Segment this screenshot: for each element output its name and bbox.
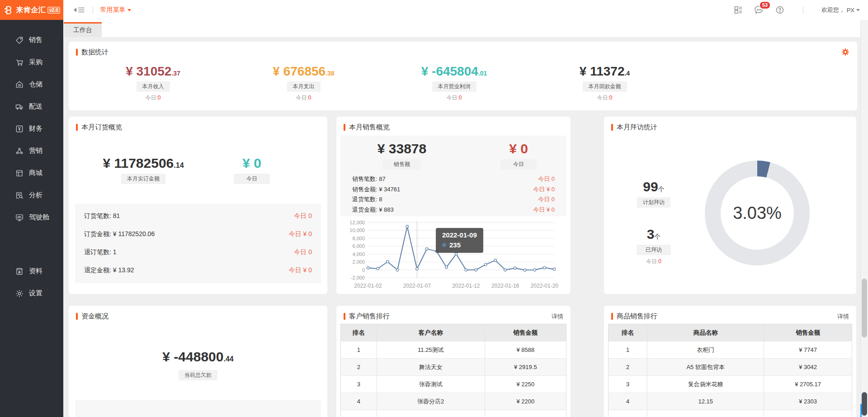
- truck-icon: [15, 102, 24, 111]
- logo-icon: [3, 5, 14, 15]
- svg-text:0: 0: [362, 267, 365, 273]
- today-value: 0: [158, 95, 161, 101]
- table-row[interactable]: [609, 410, 852, 417]
- unit-label: 个: [658, 185, 665, 193]
- title-marker: [344, 313, 345, 320]
- sidebar-item-data[interactable]: 资料: [0, 260, 63, 282]
- main-content: 数据统计 ¥ 31052.37 本月收入 今日:0 ¥ 676856.38 本月…: [63, 37, 868, 417]
- sidebar-item-marketing[interactable]: 营销: [0, 140, 63, 162]
- chart-tooltip: 2022-01-09 235: [436, 228, 483, 253]
- row-label: 销售金额: ¥ 34761: [352, 185, 400, 194]
- card-title: 资金概况: [81, 312, 108, 321]
- row-label: 退订笔数: 1: [84, 248, 117, 256]
- app-window: 来肯企汇 v2.0 | 常用菜单: [0, 0, 868, 417]
- title-marker: [344, 124, 345, 131]
- column-header: 销售金额: [764, 324, 852, 341]
- today-label: 今日:: [597, 95, 609, 101]
- yen-square-icon: [15, 124, 24, 133]
- order-today-badge: 今日: [234, 174, 270, 184]
- sales-trend-chart[interactable]: -2,00002,0004,0006,0008,00010,00012,0002…: [347, 218, 560, 291]
- common-menu-dropdown[interactable]: 常用菜单: [100, 6, 131, 14]
- svg-text:2022-01-07: 2022-01-07: [403, 283, 431, 289]
- sidebar-item-label: 设置: [29, 289, 42, 298]
- user-menu[interactable]: 欢迎您， PX: [821, 6, 860, 14]
- chevron-down-icon: [127, 9, 131, 13]
- table-header-row: 排名 商品名称 销售金额: [609, 324, 852, 341]
- row-today-value: 今日 ¥ 0: [289, 230, 312, 238]
- svg-text:2022-01-16: 2022-01-16: [491, 283, 519, 289]
- list-item: 销售笔数: 87今日 0: [352, 174, 555, 185]
- stat-decimal: .38: [326, 70, 334, 77]
- help-button[interactable]: [775, 5, 785, 15]
- column-header: 商品名称: [647, 324, 764, 341]
- title-marker: [76, 49, 78, 56]
- sidebar-item-settings[interactable]: 设置: [0, 282, 63, 304]
- stat-label-badge: 本月营业利润: [432, 81, 476, 92]
- list-item: 退定金额: ¥ 13.92今日 ¥ 0: [84, 261, 312, 280]
- fund-detail-list: [75, 400, 321, 417]
- table-row[interactable]: 4 12.15 ¥ 2303: [609, 393, 852, 410]
- sales-amount: ¥ 33878: [377, 141, 426, 156]
- table-row[interactable]: [341, 410, 566, 417]
- visited-count: 3: [647, 227, 655, 242]
- card-settings-gear-icon[interactable]: [841, 47, 850, 57]
- card-title: 本月拜访统计: [617, 123, 657, 132]
- total-debt-amount: ¥ -448800: [162, 349, 223, 364]
- apps-grid-icon: [734, 5, 743, 14]
- tooltip-value: 235: [449, 241, 461, 249]
- row-today-value: 今日 ¥ 0: [533, 206, 555, 214]
- visit-stats: 99个 计划拜访 3个 已拜访 今日:0: [622, 179, 685, 265]
- row-label: 销售笔数: 87: [352, 175, 386, 183]
- stat-value: ¥ 676856: [273, 64, 326, 78]
- inner-scrollbar-thumb[interactable]: [862, 392, 867, 416]
- sidebar-item-analysis[interactable]: 分析: [0, 184, 63, 206]
- sidebar-collapse-button[interactable]: [71, 6, 85, 14]
- vertical-scrollbar-thumb[interactable]: [862, 279, 867, 337]
- stat-month-collection: ¥ 11372.4 本月回款金额 今日:0: [529, 64, 680, 102]
- today-label: 今日:: [646, 258, 658, 265]
- table-row[interactable]: 2 舞法天女 ¥ 2919.5: [341, 358, 566, 375]
- list-item: 订货金额: ¥ 11782520.06今日 ¥ 0: [84, 225, 312, 243]
- order-amount: ¥ 11782506: [103, 156, 174, 171]
- amount-cell: ¥ 2200: [485, 393, 566, 410]
- sidebar-item-purchase[interactable]: 采购: [0, 51, 63, 73]
- app-logo[interactable]: 来肯企汇 v2.0: [0, 0, 63, 20]
- table-row[interactable]: 1 11.25测试 ¥ 8588: [341, 341, 566, 358]
- sidebar-item-label: 财务: [29, 124, 42, 133]
- card-title: 客户销售排行: [349, 312, 390, 321]
- sidebar-item-label: 分析: [29, 191, 42, 199]
- table-row[interactable]: 3 张蓉测试 ¥ 2250: [341, 375, 566, 393]
- amount-cell: ¥ 3042: [764, 359, 852, 375]
- sidebar-item-cockpit[interactable]: 驾驶舱: [0, 206, 63, 228]
- sidebar-item-label: 营销: [29, 147, 42, 155]
- order-amount-badge: 本月实订金额: [121, 174, 165, 184]
- rank-cell: 4: [609, 393, 647, 410]
- tab-workbench[interactable]: 工作台: [64, 22, 102, 37]
- sidebar-item-label: 仓储: [29, 80, 42, 89]
- name-cell: 张蓉测试: [377, 376, 485, 393]
- table-row[interactable]: 2 A5 软面包背本 ¥ 3042: [609, 358, 852, 375]
- table-row[interactable]: 4 张蓉分店2 ¥ 2200: [341, 393, 566, 410]
- sidebar-item-sales[interactable]: 销售: [0, 29, 63, 51]
- collapse-arrow-icon: [71, 8, 76, 12]
- sidebar-item-warehouse[interactable]: 仓储: [0, 73, 63, 95]
- messages-button[interactable]: 53: [754, 5, 764, 15]
- amount-cell: ¥ 8588: [485, 341, 566, 358]
- sidebar-item-finance[interactable]: 财务: [0, 118, 63, 140]
- apps-grid-button[interactable]: [733, 5, 743, 15]
- sidebar-item-delivery[interactable]: 配送: [0, 95, 63, 118]
- stat-decimal: .4: [624, 70, 630, 77]
- total-debt-badge: 当前总欠款: [179, 370, 217, 380]
- product-rank-table: 排名 商品名称 销售金额 1 衣柜门 ¥ 7747 2 A5 软面包背本 ¥ 3…: [608, 324, 852, 417]
- row-label: 订货笔数: 81: [84, 212, 120, 220]
- cart-icon: [15, 58, 24, 67]
- customer-rank-detail-link[interactable]: 详情: [552, 313, 563, 321]
- table-row[interactable]: 3 复合袋米花糖 ¥ 2705.17: [609, 375, 852, 393]
- vertical-scrollbar-track[interactable]: [860, 20, 868, 417]
- svg-text:2022-01-20: 2022-01-20: [531, 283, 559, 289]
- sidebar-item-label: 资料: [29, 267, 42, 275]
- product-rank-detail-link[interactable]: 详情: [837, 313, 849, 321]
- sidebar-item-mall[interactable]: 商城: [0, 162, 63, 184]
- stat-value: ¥ 31052: [126, 64, 171, 78]
- table-row[interactable]: 1 衣柜门 ¥ 7747: [609, 341, 852, 358]
